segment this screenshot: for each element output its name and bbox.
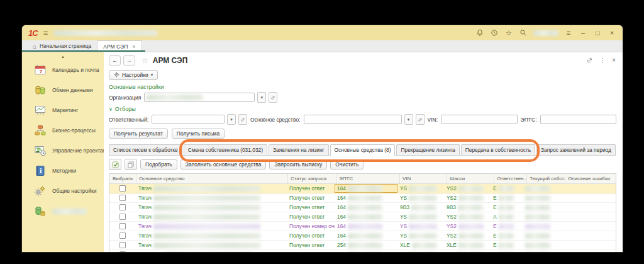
epts-input[interactable] xyxy=(540,115,617,124)
notifications-icon[interactable] xyxy=(475,28,484,37)
settings-row: Настройки ▾ xyxy=(109,69,616,80)
sidebar-item-business-processes[interactable]: Бизнес-процессы xyxy=(22,120,104,141)
table-row[interactable]: Тягач Получен ответ 164 YS YS2 Е xyxy=(109,193,616,203)
redacted-text xyxy=(525,186,550,192)
redacted-label xyxy=(52,209,87,214)
sidebar-item-marketing[interactable]: Маркетинг xyxy=(22,100,104,120)
minimize-icon[interactable]: – xyxy=(579,29,587,37)
sidebar-item-redacted[interactable] xyxy=(22,201,104,221)
responsible-input[interactable] xyxy=(152,115,225,124)
active-tab-underline xyxy=(22,50,145,52)
fill-assets-button[interactable]: Заполнить основные средства xyxy=(180,159,267,169)
back-button[interactable]: ← xyxy=(109,55,121,66)
settings-button[interactable]: Настройки ▾ xyxy=(109,70,158,80)
table-row[interactable]: Тягач Получен ответ 164 YS YS2 Е xyxy=(109,231,616,241)
table-row[interactable]: Тягач Получен ответ 164 9ВЗ 9ВЗ Е xyxy=(109,203,616,212)
clear-button[interactable]: Очистить xyxy=(330,159,364,169)
organization-input[interactable] xyxy=(144,93,255,102)
redacted-text xyxy=(499,224,514,229)
set-flags-button[interactable] xyxy=(109,159,121,170)
chevron-down-icon: ▾ xyxy=(151,72,153,77)
responsible-dropdown-icon[interactable]: ▾ xyxy=(227,114,236,125)
sidebar-item-methods[interactable]: Методики xyxy=(22,161,104,181)
vin-text: YS xyxy=(400,223,407,229)
favorite-star-icon[interactable]: ☆ xyxy=(142,56,148,65)
tab-owner-change[interactable]: Смена собственника (031,032) xyxy=(184,144,267,155)
close-icon[interactable]: × xyxy=(608,29,616,37)
history-icon[interactable] xyxy=(490,28,499,37)
restore-icon[interactable]: □ xyxy=(593,29,602,37)
col-header-vin[interactable]: VIN xyxy=(399,174,447,183)
table-row[interactable]: Тягач Получен номер оче... 164 YS YS2 Е xyxy=(109,222,616,231)
col-header-status[interactable]: Статус запроса xyxy=(287,174,336,183)
table-row[interactable]: Самосвал Получен ответ 254 YS 012 А xyxy=(109,250,616,252)
search-icon[interactable] xyxy=(519,28,528,37)
get-result-button[interactable]: Получить результат xyxy=(109,129,168,139)
responsible-cell: Е xyxy=(491,241,523,250)
filters-section-toggle[interactable]: ∨ Отборы xyxy=(109,106,616,112)
sidebar-collapse-icon[interactable]: ▴ xyxy=(22,54,104,60)
table-row[interactable]: Тягач Получен ответ 164 YS YS2 Е xyxy=(109,184,616,193)
col-header-epts[interactable]: ЭПТС xyxy=(336,174,399,183)
calendar-icon: 7 xyxy=(34,64,47,76)
row-checkbox[interactable] xyxy=(119,204,126,210)
table-row[interactable]: Тягач Получен ответ 164 YS YS2 А xyxy=(109,212,616,222)
sidebar-item-calendar[interactable]: 7 Календарь и почта xyxy=(22,60,104,80)
form-close-icon[interactable]: × xyxy=(612,57,616,64)
main-menu-icon[interactable]: ≡ xyxy=(43,29,48,37)
vin-input[interactable] xyxy=(441,115,518,124)
row-checkbox[interactable] xyxy=(119,214,126,220)
col-header-current-owner[interactable]: Текущий собст... xyxy=(526,174,565,183)
tab-leasing-termination[interactable]: Прекращение лизинга xyxy=(396,144,459,155)
owner-cell xyxy=(523,231,560,240)
request-statement-button[interactable]: Запросить выписку xyxy=(269,159,327,169)
table-row[interactable]: Тягач Получен ответ 254 XLЕ XLЕ Е xyxy=(109,241,616,250)
clear-flags-button[interactable] xyxy=(125,159,137,170)
organization-open-icon[interactable] xyxy=(269,92,277,103)
tab-fixed-assets[interactable]: Основные средства (8) xyxy=(330,144,396,156)
error-cell xyxy=(560,184,616,193)
row-checkbox[interactable] xyxy=(119,185,126,192)
sidebar-item-general-settings[interactable]: Общие настройки xyxy=(22,181,104,201)
sidebar-item-project-management[interactable]: Управление проектами xyxy=(22,141,104,161)
pick-button[interactable]: Подобрать xyxy=(140,159,177,169)
checkbox-cell xyxy=(109,184,136,193)
redacted-text xyxy=(458,205,483,210)
epts-cell-active[interactable]: 164 xyxy=(335,184,397,193)
marketing-icon xyxy=(34,104,47,117)
row-checkbox[interactable] xyxy=(119,232,126,239)
sidebar-item-data-exchange[interactable]: Обмен данными xyxy=(22,80,104,100)
asset-filter-input[interactable] xyxy=(304,115,402,124)
document-tabs: Список писем к обработке Смена собственн… xyxy=(109,144,616,156)
epts-cell: 164 xyxy=(335,193,397,202)
tab-period-request[interactable]: Запрос заявлений за период xyxy=(536,144,616,155)
responsible-open-icon[interactable] xyxy=(238,114,247,125)
favorites-icon[interactable]: ☆ xyxy=(504,28,513,37)
get-link-icon[interactable] xyxy=(586,57,593,64)
tab-close-icon[interactable]: × xyxy=(132,43,135,50)
organization-dropdown-icon[interactable]: ▾ xyxy=(257,92,266,103)
tab-leasing-applications[interactable]: Заявления на лизинг xyxy=(269,144,329,155)
forward-button[interactable]: → xyxy=(123,55,135,66)
col-header-error[interactable]: Описание ошибки xyxy=(565,174,616,183)
asset-dropdown-icon[interactable]: ▾ xyxy=(404,114,413,125)
view-settings-icon[interactable]: ≡ xyxy=(564,28,573,37)
more-icon[interactable]: ⋮ xyxy=(599,57,606,64)
row-checkbox[interactable] xyxy=(119,251,126,252)
asset-filter-label: Основное средство: xyxy=(250,117,300,123)
asset-open-icon[interactable] xyxy=(416,114,425,125)
get-letters-button[interactable]: Получить письма xyxy=(172,129,225,139)
status-cell: Получен ответ xyxy=(287,250,335,252)
row-checkbox[interactable] xyxy=(119,242,126,248)
epts-text: 164 xyxy=(337,223,346,229)
col-header-chassis[interactable]: Шасси xyxy=(447,174,494,183)
tab-letters-list[interactable]: Список писем к обработке xyxy=(109,144,182,155)
checkbox-cell xyxy=(109,203,136,212)
col-header-select[interactable]: Выбрать xyxy=(109,174,136,183)
1c-logo: 1С xyxy=(28,28,38,38)
col-header-asset[interactable]: Основное средство xyxy=(136,174,287,183)
tab-ownership-transfer[interactable]: Передача в собственность xyxy=(461,144,535,155)
row-checkbox[interactable] xyxy=(119,195,126,201)
col-header-responsible[interactable]: Ответствен... xyxy=(494,174,526,183)
row-checkbox[interactable] xyxy=(119,223,126,229)
